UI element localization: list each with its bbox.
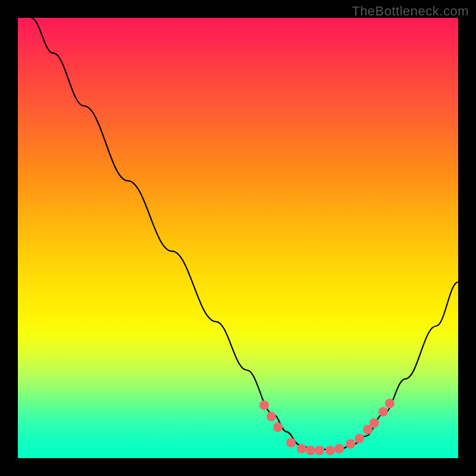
data-point (346, 439, 355, 449)
data-point (325, 446, 335, 455)
data-point (259, 400, 269, 410)
data-point (306, 446, 315, 455)
data-point (315, 446, 324, 455)
data-point (267, 412, 276, 421)
watermark-text: TheBottleneck.com (352, 4, 469, 19)
chart-gradient-area (18, 18, 458, 458)
data-point (355, 434, 364, 443)
data-point (273, 422, 283, 432)
data-point (385, 399, 394, 408)
data-point (334, 444, 344, 453)
data-point (378, 407, 388, 416)
chart-dots-layer (18, 18, 458, 458)
data-point (297, 444, 306, 453)
data-point (369, 418, 379, 428)
data-point (286, 438, 296, 447)
